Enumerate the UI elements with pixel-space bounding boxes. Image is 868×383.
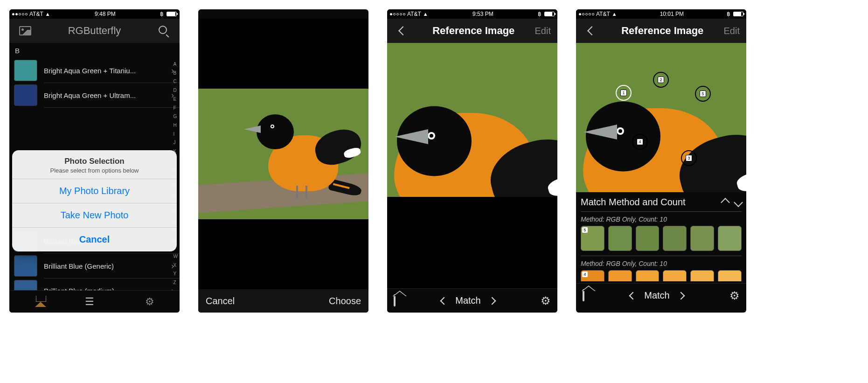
alpha-index-letter[interactable]: W xyxy=(174,254,178,259)
match-swatch[interactable] xyxy=(608,226,632,251)
match-swatch[interactable] xyxy=(663,226,687,251)
image-library-button[interactable] xyxy=(16,26,35,35)
clock-label: 9:48 PM xyxy=(95,11,116,17)
tap-marker[interactable]: 3 xyxy=(681,150,697,166)
prev-match-button[interactable] xyxy=(627,291,637,300)
list-item-label: Bright Aqua Green + Titaniu... xyxy=(44,67,171,75)
match-swatch[interactable] xyxy=(718,270,742,281)
color-swatch xyxy=(14,255,37,277)
alpha-index-letter[interactable]: H xyxy=(174,123,178,128)
screen-main-list: AT&T ▲ 9:48 PM ฿ RGButterfly B Bright Aq… xyxy=(9,9,180,313)
tap-marker-number: 4 xyxy=(637,139,643,145)
alpha-index-letter[interactable]: X xyxy=(174,263,178,268)
match-swatch[interactable] xyxy=(636,226,660,251)
list-item[interactable]: Bright Aqua Green + Titaniu... › xyxy=(9,58,180,83)
status-bar: AT&T ▲ 10:01 PM ฿ xyxy=(576,9,746,19)
match-label[interactable]: Match xyxy=(455,295,480,306)
picker-body[interactable] xyxy=(198,19,368,289)
picker-cancel-button[interactable]: Cancel xyxy=(206,296,235,306)
alpha-index-letter[interactable]: C xyxy=(174,79,178,84)
alpha-index-letter[interactable]: G xyxy=(174,114,178,119)
list-item[interactable]: Bright Aqua Green + Ultram... › xyxy=(9,83,180,107)
tap-marker[interactable]: 5 xyxy=(695,86,711,102)
bluetooth-icon: ฿ xyxy=(727,11,730,17)
bluetooth-icon: ฿ xyxy=(160,11,164,17)
list-item-label: Bright Aqua Green + Ultram... xyxy=(44,91,171,99)
tap-marker[interactable]: 1 xyxy=(616,85,632,101)
tap-marker-number: 5 xyxy=(700,91,706,97)
nav-title: RGButterfly xyxy=(35,25,154,37)
match-swatch[interactable]: 5 xyxy=(581,226,604,251)
tab-bar: ☰ ⚙ xyxy=(9,290,180,313)
chevron-right-icon: › xyxy=(171,286,174,291)
reference-image-canvas[interactable] xyxy=(387,43,557,197)
collapse-up-button[interactable] xyxy=(721,198,730,207)
nav-title: Reference Image xyxy=(601,25,724,37)
picker-toolbar: Cancel Choose xyxy=(198,289,368,313)
status-bar: AT&T ▲ 9:53 PM ฿ xyxy=(387,9,557,19)
nav-bar: Reference Image Edit xyxy=(576,19,746,43)
alpha-index-letter[interactable]: E xyxy=(174,97,178,102)
screen-reference-image: AT&T ▲ 9:53 PM ฿ Reference Image Edit Ma… xyxy=(387,9,557,313)
search-button[interactable] xyxy=(154,26,173,36)
match-swatch[interactable] xyxy=(663,270,687,281)
list-item[interactable]: Brilliant Blue (medium) › xyxy=(9,279,180,290)
my-photo-library-button[interactable]: My Photo Library xyxy=(12,179,177,203)
settings-button[interactable]: ⚙ xyxy=(541,294,551,307)
settings-tab[interactable]: ⚙ xyxy=(145,296,154,308)
sheet-cancel-button[interactable]: Cancel xyxy=(12,227,177,251)
tap-marker[interactable]: 2 xyxy=(653,72,669,88)
prev-match-button[interactable] xyxy=(438,296,448,306)
home-button[interactable] xyxy=(583,290,584,301)
list-item[interactable]: Brilliant Blue (Generic) › xyxy=(9,254,180,278)
photo-selection-sheet: Photo Selection Please select from optio… xyxy=(12,150,177,251)
color-swatch xyxy=(14,280,37,290)
settings-button[interactable]: ⚙ xyxy=(729,289,740,302)
alpha-index-letter[interactable]: Y xyxy=(174,271,178,277)
alpha-index-letter[interactable]: B xyxy=(174,70,178,76)
edit-button[interactable]: Edit xyxy=(535,26,551,36)
bluetooth-icon: ฿ xyxy=(538,11,542,17)
reference-photo[interactable] xyxy=(198,89,368,219)
match-swatch[interactable] xyxy=(636,270,660,281)
alpha-index-letter[interactable]: A xyxy=(174,62,178,67)
section-header: B xyxy=(9,43,180,58)
list-tab[interactable]: ☰ xyxy=(85,296,95,308)
edit-button[interactable]: Edit xyxy=(724,26,740,36)
collapse-down-button[interactable] xyxy=(734,198,743,207)
picker-choose-button[interactable]: Choose xyxy=(329,296,361,306)
match-panel-title: Match Method and Count xyxy=(581,197,686,208)
back-button[interactable] xyxy=(583,28,601,34)
nav-bar: RGButterfly xyxy=(9,19,180,43)
sheet-title: Photo Selection xyxy=(18,157,171,166)
swatch-row[interactable]: 5 xyxy=(581,226,742,251)
home-button[interactable] xyxy=(394,295,396,306)
match-swatch[interactable] xyxy=(718,226,742,251)
alpha-index-letter[interactable]: I xyxy=(174,132,178,137)
carrier-label: AT&T xyxy=(29,11,43,17)
wifi-icon: ▲ xyxy=(612,11,617,17)
alpha-index-letter[interactable]: D xyxy=(174,88,178,93)
tap-marker[interactable]: 4 xyxy=(632,134,648,150)
next-match-button[interactable] xyxy=(488,296,498,306)
alpha-index-letter[interactable]: Z xyxy=(174,280,178,286)
alpha-index-letter[interactable]: F xyxy=(174,105,178,111)
match-swatch[interactable] xyxy=(690,270,714,281)
swatch-row[interactable]: 4 xyxy=(581,270,742,281)
back-button[interactable] xyxy=(394,28,412,34)
alpha-index-letter[interactable]: J xyxy=(174,140,178,146)
match-label[interactable]: Match xyxy=(644,290,669,301)
nav-title: Reference Image xyxy=(412,25,535,37)
color-swatch xyxy=(14,60,37,81)
color-list[interactable]: B Bright Aqua Green + Titaniu... › Brigh… xyxy=(9,43,180,290)
swatch-tag: 4 xyxy=(582,272,588,277)
match-swatch[interactable]: 4 xyxy=(581,270,604,281)
signal-dots-icon xyxy=(579,13,594,15)
match-swatch[interactable] xyxy=(608,270,632,281)
take-new-photo-button[interactable]: Take New Photo xyxy=(12,203,177,227)
screen-photo-picker: Cancel Choose xyxy=(198,9,368,313)
match-swatch[interactable] xyxy=(690,226,714,251)
next-match-button[interactable] xyxy=(677,291,687,300)
reference-image-canvas[interactable]: 12543 xyxy=(576,43,746,192)
clock-label: 10:01 PM xyxy=(660,11,684,17)
